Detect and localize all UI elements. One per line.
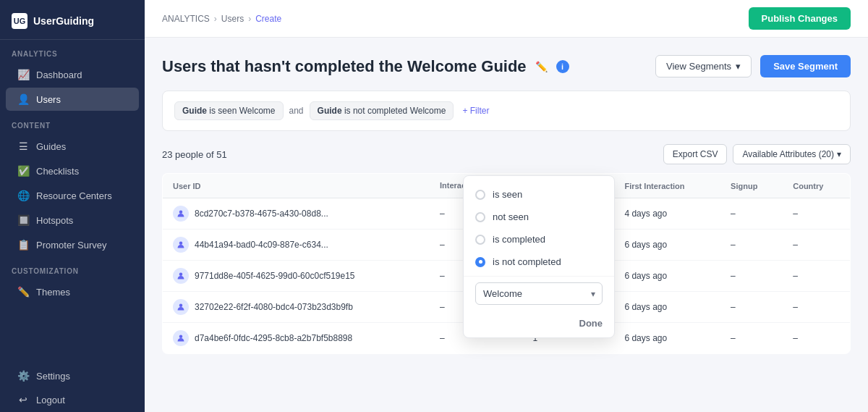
title-row: Users that hasn't completed the Welcome …: [162, 55, 851, 77]
breadcrumb-create: Create: [255, 14, 281, 24]
export-csv-button[interactable]: Export CSV: [663, 144, 728, 164]
guides-icon: ☰: [17, 140, 29, 152]
save-segment-button[interactable]: Save Segment: [760, 55, 851, 77]
sidebar-item-label: Promoter Survey: [36, 240, 107, 251]
filter1-value: Welcome: [239, 106, 276, 116]
cell-signup: –: [720, 230, 783, 261]
cell-first-interaction: 6 days ago: [614, 292, 720, 323]
cell-country: –: [783, 292, 850, 323]
available-attributes-button[interactable]: Available Attributes (20) ▾: [733, 144, 851, 164]
cell-signup: –: [720, 198, 783, 230]
publish-changes-button[interactable]: Publish Changes: [749, 7, 851, 30]
chart-icon: 📈: [17, 69, 29, 80]
done-button[interactable]: Done: [579, 318, 603, 329]
breadcrumb-sep-1: ›: [214, 14, 217, 24]
sidebar-logo: UG UserGuiding: [0, 0, 145, 40]
filter1-condition: is seen: [209, 106, 239, 116]
sidebar-item-guides[interactable]: ☰ Guides: [6, 135, 139, 158]
option-not-seen[interactable]: not seen: [464, 206, 614, 228]
option-is-not-completed[interactable]: is not completed: [464, 251, 614, 273]
logout-icon: ↩: [17, 394, 29, 405]
sidebar-item-hotspots[interactable]: 🔲 Hotspots: [6, 209, 139, 232]
user-id-text: 32702e22-6f2f-4080-bdc4-073b23d3b9fb: [195, 302, 353, 312]
cell-first-interaction: 6 days ago: [614, 230, 720, 261]
option-is-completed-label: is completed: [493, 234, 545, 245]
add-filter-button[interactable]: + Filter: [462, 106, 489, 116]
cell-country: –: [783, 261, 850, 292]
themes-icon: ✏️: [17, 286, 29, 298]
cell-user-id: 9771dd8e-405f-4625-99d0-60c0cf519e15: [163, 261, 430, 292]
user-avatar: [173, 206, 189, 222]
filter-dropdown: is seen not seen is completed is not com…: [463, 175, 615, 338]
sidebar-item-label: Guides: [36, 141, 66, 152]
cell-signup: –: [720, 261, 783, 292]
sidebar-item-settings[interactable]: ⚙️ Settings: [6, 364, 139, 387]
filter-tag-1[interactable]: Guide is seen Welcome: [174, 101, 284, 120]
col-user-id: User ID: [163, 174, 430, 198]
filter2-condition: is not completed: [344, 106, 410, 116]
cell-first-interaction: 6 days ago: [614, 261, 720, 292]
user-id-text: 8cd270c7-b378-4675-a430-08d8...: [195, 209, 328, 219]
sidebar-item-checklists[interactable]: ✅ Checklists: [6, 159, 139, 182]
sidebar: UG UserGuiding ANALYTICS 📈 Dashboard 👤 U…: [0, 0, 145, 412]
chevron-down-icon: ▾: [837, 149, 841, 159]
option-not-seen-label: not seen: [493, 211, 529, 222]
filter-tag-2[interactable]: Guide is not completed Welcome: [310, 101, 454, 120]
option-is-seen[interactable]: is seen: [464, 183, 614, 206]
sidebar-item-label: Themes: [36, 287, 70, 298]
people-count: 23 people of 51: [162, 149, 227, 160]
user-id-text: d7a4be6f-0fdc-4295-8cb8-a2b7bf5b8898: [195, 333, 352, 343]
sidebar-item-logout[interactable]: ↩ Logout: [6, 388, 139, 411]
cell-user-id: 44b41a94-bad0-4c09-887e-c634...: [163, 230, 430, 261]
cell-user-id: d7a4be6f-0fdc-4295-8cb8-a2b7bf5b8898: [163, 323, 430, 354]
svg-point-0: [179, 211, 183, 214]
sidebar-item-label: Resource Centers: [36, 190, 112, 201]
svg-point-2: [179, 273, 183, 277]
and-label: and: [289, 106, 304, 116]
table-controls: 23 people of 51 Export CSV Available Att…: [162, 144, 851, 164]
user-id-text: 44b41a94-bad0-4c09-887e-c634...: [195, 240, 328, 250]
filter2-value: Welcome: [410, 106, 446, 116]
page-title: Users that hasn't completed the Welcome …: [162, 57, 527, 76]
option-is-completed[interactable]: is completed: [464, 228, 614, 251]
view-segments-button[interactable]: View Segments ▾: [655, 55, 752, 77]
sidebar-item-label: Settings: [36, 371, 70, 382]
promoter-icon: 📋: [17, 239, 29, 251]
radio-not-seen: [475, 212, 485, 222]
user-avatar: [173, 330, 189, 346]
cell-signup: –: [720, 292, 783, 323]
sidebar-item-dashboard[interactable]: 📈 Dashboard: [6, 63, 139, 86]
sidebar-item-themes[interactable]: ✏️ Themes: [6, 280, 139, 303]
sidebar-item-promoter-survey[interactable]: 📋 Promoter Survey: [6, 233, 139, 256]
sidebar-item-resource-centers[interactable]: 🌐 Resource Centers: [6, 184, 139, 207]
breadcrumb: ANALYTICS › Users › Create: [162, 14, 281, 24]
col-country: Country: [783, 174, 850, 198]
radio-is-not-completed: [475, 257, 485, 267]
cell-signup: –: [720, 323, 783, 354]
table-actions: Export CSV Available Attributes (20) ▾: [663, 144, 851, 164]
cell-user-id: 32702e22-6f2f-4080-bdc4-073b23d3b9fb: [163, 292, 430, 323]
svg-point-1: [179, 242, 183, 245]
option-is-seen-label: is seen: [493, 189, 522, 200]
dropdown-select-row: Welcome: [464, 276, 614, 311]
page-content: Users that hasn't completed the Welcome …: [145, 38, 868, 412]
cell-user-id: 8cd270c7-b378-4675-a430-08d8...: [163, 198, 430, 230]
attributes-label: Available Attributes (20): [742, 149, 834, 159]
radio-is-completed: [475, 235, 485, 245]
sidebar-item-label: Logout: [36, 395, 65, 405]
svg-point-4: [179, 335, 183, 339]
analytics-section-label: ANALYTICS: [0, 40, 145, 62]
col-signup: Signup: [720, 174, 783, 198]
filter-row: Guide is seen Welcome and Guide is not c…: [162, 91, 851, 131]
edit-icon[interactable]: ✏️: [535, 61, 548, 72]
sidebar-item-label: Checklists: [36, 166, 79, 177]
guide-select[interactable]: Welcome: [475, 282, 603, 305]
customization-section-label: CUSTOMIZATION: [0, 257, 145, 279]
user-avatar: [173, 268, 189, 284]
info-icon[interactable]: i: [556, 60, 569, 73]
cell-country: –: [783, 230, 850, 261]
sidebar-item-users[interactable]: 👤 Users: [6, 88, 139, 111]
sidebar-item-label: Dashboard: [36, 70, 82, 80]
breadcrumb-users: Users: [221, 14, 244, 24]
logo-text: UserGuiding: [33, 15, 94, 27]
